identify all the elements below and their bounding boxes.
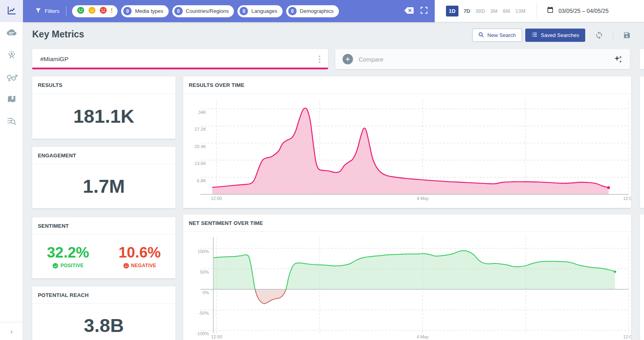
filter-count-badge: 0 [288, 7, 297, 15]
funnel-icon [35, 7, 41, 15]
range-3m[interactable]: 3M [490, 8, 497, 14]
compare-card[interactable]: Compare [335, 49, 630, 69]
query-accent-underline [32, 68, 328, 69]
add-compare-icon[interactable] [343, 54, 353, 64]
key-metrics-dashboard: ♀♂ › Filters [0, 0, 644, 340]
demographics-filter-pill[interactable]: 0 Demographics [286, 5, 339, 17]
negative-label: NEGATIVE [123, 263, 157, 269]
results-over-time-chart: 6.8K13.6K20.4K27.2K34K12:004 May12:00 [183, 94, 631, 208]
card-title: POTENTIAL REACH [32, 286, 175, 304]
negative-sentiment: 10.6% NEGATIVE [104, 235, 175, 278]
offscreen-card-edge [640, 49, 644, 69]
engagement-value: 1.7M [83, 175, 125, 197]
sidebar-item-world-map[interactable] [0, 89, 23, 111]
range-1d[interactable]: 1D [446, 6, 458, 16]
date-range-picker[interactable]: 03/05/25 – 04/05/25 [547, 6, 609, 15]
ai-sparkles-icon[interactable] [613, 54, 623, 66]
clear-filters-icon[interactable] [403, 6, 414, 16]
svg-text:27.2K: 27.2K [194, 127, 206, 132]
neutral-face-icon[interactable] [88, 6, 96, 16]
svg-text:6.8K: 6.8K [197, 178, 206, 183]
divider [66, 6, 66, 16]
results-card: RESULTS 181.1K [32, 76, 175, 139]
svg-text:12:00: 12:00 [623, 334, 631, 339]
svg-text:100%: 100% [198, 249, 209, 254]
card-title: RESULTS [32, 76, 175, 94]
filters-button[interactable]: Filters [35, 7, 60, 15]
range-6m[interactable]: 6M [503, 8, 510, 14]
positive-face-icon [52, 263, 58, 269]
date-range-text: 03/05/25 – 04/05/25 [559, 8, 609, 14]
saved-searches-label: Saved Searches [541, 32, 579, 38]
expand-sidebar-chevron[interactable]: › [10, 328, 12, 335]
negative-face-icon [123, 263, 129, 269]
svg-text:13.6K: 13.6K [194, 161, 206, 166]
alert-icon[interactable]: ! [111, 7, 113, 14]
media-types-filter-pill[interactable]: 0 Media types [121, 5, 168, 17]
gender-icon: ♀♂ [6, 73, 17, 82]
svg-text:12:00: 12:00 [211, 196, 222, 201]
saved-searches-button[interactable]: Saved Searches [525, 29, 585, 42]
offscreen-card-edge [640, 76, 644, 208]
svg-text:-100%: -100% [196, 331, 209, 336]
card-title: SENTIMENT [32, 217, 175, 235]
svg-text:12:00: 12:00 [211, 334, 222, 339]
sidebar-item-analytics[interactable] [0, 0, 23, 22]
fullscreen-icon[interactable] [420, 6, 428, 16]
page-title: Key Metrics [32, 29, 84, 40]
positive-face-icon[interactable] [77, 6, 85, 16]
search-list-icon [6, 116, 17, 128]
new-search-label: New Search [487, 32, 516, 38]
positive-sentiment: 32.2% POSITIVE [32, 235, 104, 278]
negative-face-icon[interactable] [99, 6, 107, 16]
list-icon [531, 31, 538, 39]
results-over-time-card: RESULTS OVER TIME 6.8K13.6K20.4K27.2K34K… [183, 76, 631, 208]
positive-value: 32.2% [47, 244, 89, 261]
potential-reach-card: POTENTIAL REACH 3.8B [32, 286, 175, 340]
divider [613, 31, 613, 40]
range-13m[interactable]: 13M [515, 8, 525, 14]
refresh-icon[interactable] [595, 31, 603, 39]
search-query-card[interactable]: #MiamiGP [32, 49, 328, 69]
filter-pill-label: Demographics [300, 8, 334, 14]
sentiment-card: SENTIMENT 32.2% POSITIVE 10.6% NEGATIVE [32, 217, 175, 278]
card-title: ENGAGEMENT [32, 147, 175, 164]
sidebar-item-demographics[interactable]: ♀♂ [0, 66, 23, 89]
svg-text:4 May: 4 May [417, 334, 429, 339]
influencer-icon [6, 49, 17, 62]
results-value: 181.1K [73, 105, 134, 127]
new-search-button[interactable]: New Search [472, 29, 522, 42]
filter-count-badge: 0 [239, 7, 248, 15]
header-actions: New Search Saved Searches [472, 29, 631, 42]
query-menu-kebab-icon[interactable] [315, 53, 324, 65]
engagement-card: ENGAGEMENT 1.7M [32, 147, 175, 208]
range-30d[interactable]: 30D [475, 8, 485, 14]
languages-filter-pill[interactable]: 0 Languages [237, 5, 282, 17]
word-cloud-icon [6, 27, 17, 39]
filter-count-badge: 0 [123, 7, 132, 15]
chart-title: NET SENTIMENT OVER TIME [183, 214, 631, 232]
sidebar-item-results-search[interactable] [0, 111, 23, 133]
save-icon[interactable] [623, 31, 631, 39]
chart-title: RESULTS OVER TIME [183, 76, 631, 94]
reach-value: 3.8B [84, 314, 124, 336]
svg-text:4 May: 4 May [417, 196, 429, 201]
time-range-bar: 1D 7D 30D 3M 6M 13M 03/05/25 – 04/05/25 [435, 0, 644, 22]
sidebar-item-influencers[interactable] [0, 44, 23, 66]
sentiment-filter-pill[interactable]: ! [72, 5, 118, 17]
compare-placeholder: Compare [359, 56, 384, 63]
filter-count-badge: 0 [174, 7, 183, 15]
sidebar-item-word-cloud[interactable] [0, 22, 23, 44]
filters-label: Filters [45, 8, 60, 14]
range-7d[interactable]: 7D [464, 8, 471, 14]
offscreen-card-edge [640, 214, 644, 340]
negative-value: 10.6% [119, 244, 161, 261]
filter-bar-actions [403, 0, 428, 22]
net-sentiment-over-time-card: NET SENTIMENT OVER TIME 100%50%0%-50%-10… [183, 214, 631, 340]
svg-text:12:00: 12:00 [623, 196, 631, 201]
svg-text:-50%: -50% [198, 311, 209, 315]
map-icon [6, 94, 17, 106]
countries-filter-pill[interactable]: 0 Countries/Regions [172, 5, 234, 17]
search-query-input[interactable]: #MiamiGP [40, 56, 68, 62]
filter-pill-label: Countries/Regions [186, 8, 229, 14]
